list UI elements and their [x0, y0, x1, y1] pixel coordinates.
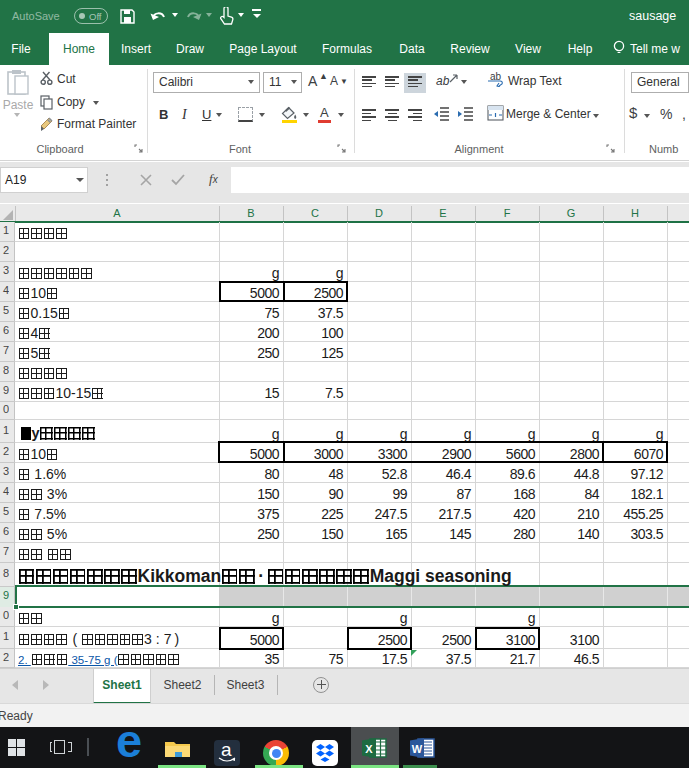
svg-text:W: W [412, 743, 423, 755]
svg-text:X: X [365, 743, 373, 755]
